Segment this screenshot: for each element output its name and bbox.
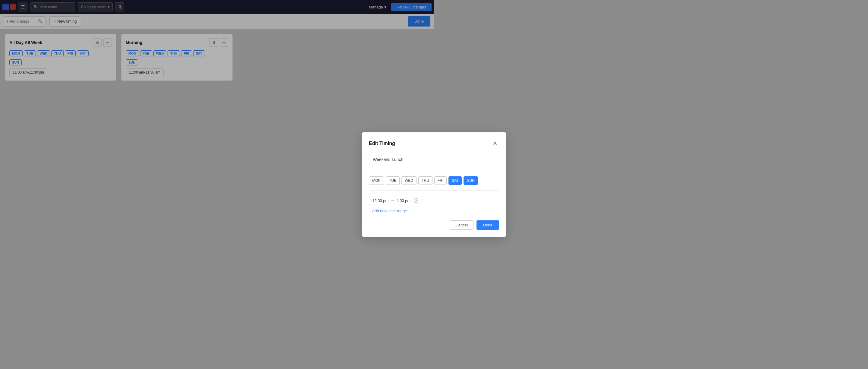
modal-header: Edit Timing ✕: [369, 139, 434, 148]
timing-name-input[interactable]: [369, 154, 434, 165]
modal-day-tue[interactable]: TUE: [386, 176, 400, 185]
modal-days-row: MON TUE WED THU FRI SAT SUN: [369, 176, 434, 185]
modal-day-mon[interactable]: MON: [369, 176, 384, 185]
modal-title: Edit Timing: [369, 141, 434, 146]
modal-overlay: Edit Timing ✕ MON TUE WED THU FRI SAT SU…: [0, 0, 434, 185]
modal-day-wed[interactable]: WED: [401, 176, 416, 185]
divider-1: [369, 171, 434, 171]
edit-timing-modal: Edit Timing ✕ MON TUE WED THU FRI SAT SU…: [362, 132, 434, 185]
modal-day-thu[interactable]: THU: [418, 176, 433, 185]
